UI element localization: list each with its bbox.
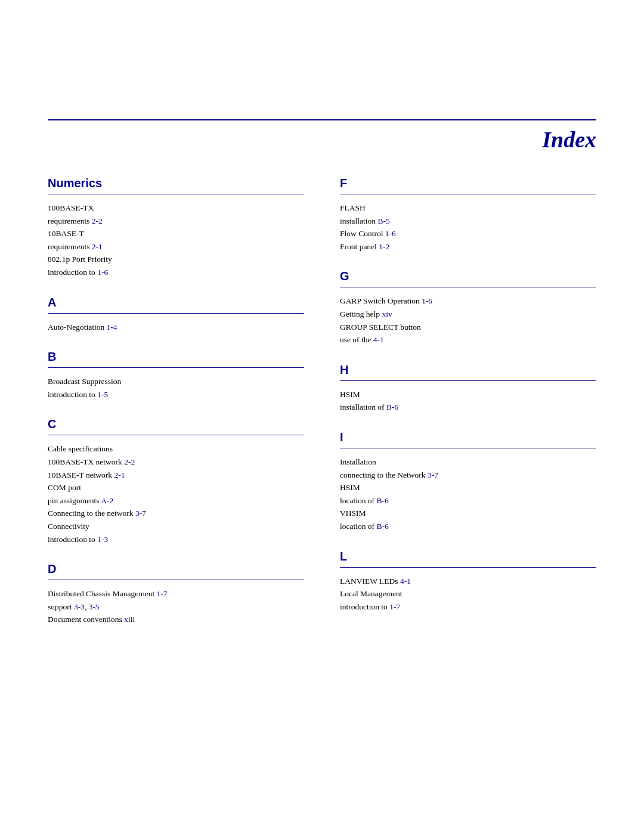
section-c: C Cable specifications 100BASE-TX networ… (48, 417, 304, 546)
entry-doc-conv: Document conventions xiii (48, 613, 304, 626)
section-header-i: I (340, 431, 596, 444)
entry-10base-t: 10BASE-T (48, 227, 304, 240)
entry-hsim-install: installation of B-6 (340, 401, 596, 414)
entry-cable-100: 100BASE-TX network 2-2 (48, 456, 304, 469)
link-1-6-flow[interactable]: 1-6 (385, 229, 396, 238)
entry-8021p-intro: introduction to 1-6 (48, 266, 304, 279)
entry-installation: Installation (340, 456, 596, 469)
entry-cable-10: 10BASE-T network 2-1 (48, 469, 304, 482)
link-3-7-install[interactable]: 3-7 (428, 470, 438, 479)
section-header-a: A (48, 296, 304, 309)
link-4-1-group[interactable]: 4-1 (373, 335, 384, 344)
entry-flash: FLASH (340, 202, 596, 215)
entry-front-panel: Front panel 1-2 (340, 240, 596, 253)
section-f: F FLASH installation B-5 Flow Control 1-… (340, 176, 596, 253)
entry-install-hsim-loc: location of B-6 (340, 494, 596, 507)
entry-dcm: Distributed Chassis Management 1-7 (48, 587, 304, 600)
section-header-f: F (340, 176, 596, 190)
link-b-5-flash[interactable]: B-5 (377, 216, 389, 225)
entry-group-select: GROUP SELECT button (340, 321, 596, 334)
entry-install-network: connecting to the Network 3-7 (340, 469, 596, 482)
entry-local-mgmt: Local Management (340, 587, 596, 600)
section-numerics: Numerics 100BASE-TX requirements 2-2 10B… (48, 176, 304, 279)
entry-install-vhsim-loc: location of B-6 (340, 520, 596, 533)
section-header-b: B (48, 350, 304, 364)
section-i: I Installation connecting to the Network… (340, 431, 596, 533)
section-rule-d (48, 580, 304, 580)
entry-hsim: HSIM (340, 388, 596, 401)
section-d: D Distributed Chassis Management 1-7 sup… (48, 562, 304, 626)
entry-lanview: LANVIEW LEDs 4-1 (340, 575, 596, 588)
entry-getting-help: Getting help xiv (340, 308, 596, 321)
section-rule-c (48, 435, 304, 435)
entry-broadcast-intro: introduction to 1-5 (48, 388, 304, 401)
section-rule-a (48, 313, 304, 314)
link-b-6-hsim[interactable]: B-6 (386, 402, 398, 411)
section-l: L LANVIEW LEDs 4-1 Local Management intr… (340, 550, 596, 614)
section-rule-f (340, 194, 596, 194)
link-1-2-front[interactable]: 1-2 (379, 242, 389, 251)
entry-com-port: COM port (48, 481, 304, 494)
section-a: A Auto-Negotiation 1-4 (48, 296, 304, 334)
entry-flash-install: installation B-5 (340, 215, 596, 228)
section-b: B Broadcast Suppression introduction to … (48, 350, 304, 401)
entry-broadcast: Broadcast Suppression (48, 375, 304, 388)
link-1-7-dcm[interactable]: 1-7 (157, 589, 168, 598)
entry-10base-t-req: requirements 2-1 (48, 240, 304, 253)
entry-install-vhsim: VHSIM (340, 507, 596, 520)
entry-cable-spec: Cable specifications (48, 442, 304, 456)
entry-local-mgmt-intro: introduction to 1-7 (340, 600, 596, 614)
section-rule-h (340, 380, 596, 381)
section-rule-l (340, 567, 596, 568)
entry-com-pin: pin assignments A-2 (48, 494, 304, 507)
link-1-7-local[interactable]: 1-7 (389, 602, 400, 611)
section-rule-i (340, 448, 596, 448)
entry-auto-negotiation: Auto-Negotiation 1-4 (48, 321, 304, 334)
link-2-1-10[interactable]: 2-1 (92, 242, 103, 251)
section-rule-b (48, 367, 304, 368)
link-1-5-broadcast[interactable]: 1-5 (97, 390, 108, 399)
page-title: Index (0, 120, 644, 153)
section-header-c: C (48, 417, 304, 431)
link-xiv-help[interactable]: xiv (382, 309, 392, 318)
link-1-3-conn[interactable]: 1-3 (97, 535, 108, 544)
entry-connectivity: Connectivity (48, 520, 304, 533)
link-1-6-8021p[interactable]: 1-6 (97, 268, 108, 277)
link-3-7-connecting[interactable]: 3-7 (135, 509, 146, 518)
link-2-2-100[interactable]: 2-2 (92, 216, 103, 225)
section-header-l: L (340, 550, 596, 563)
section-header-h: H (340, 363, 596, 377)
entry-100base-tx-req: requirements 2-2 (48, 215, 304, 228)
link-3-5-dcm[interactable]: 3-5 (89, 602, 100, 611)
link-1-6-garp[interactable]: 1-6 (422, 296, 432, 305)
content-area: Numerics 100BASE-TX requirements 2-2 10B… (0, 176, 644, 643)
entry-flow-control: Flow Control 1-6 (340, 227, 596, 240)
section-header-numerics: Numerics (48, 176, 304, 190)
link-1-4-auto[interactable]: 1-4 (107, 323, 117, 332)
entry-connecting: Connecting to the network 3-7 (48, 507, 304, 520)
section-header-g: G (340, 270, 596, 283)
link-b-6-hsim-loc[interactable]: B-6 (376, 496, 388, 505)
section-h: H HSIM installation of B-6 (340, 363, 596, 414)
link-b-6-vhsim-loc[interactable]: B-6 (376, 522, 388, 531)
link-a-2-com[interactable]: A-2 (101, 496, 113, 505)
entry-garp: GARP Switch Operation 1-6 (340, 295, 596, 308)
section-g: G GARP Switch Operation 1-6 Getting help… (340, 270, 596, 346)
entry-8021p: 802.1p Port Priority (48, 253, 304, 266)
section-header-d: D (48, 562, 304, 576)
entry-100base-tx: 100BASE-TX (48, 202, 304, 215)
link-4-1-lanview[interactable]: 4-1 (400, 577, 411, 586)
link-2-2-cable[interactable]: 2-2 (124, 457, 135, 466)
link-3-3-dcm[interactable]: 3-3 (74, 602, 85, 611)
section-rule-g (340, 287, 596, 287)
entry-connectivity-intro: introduction to 1-3 (48, 533, 304, 546)
right-column: F FLASH installation B-5 Flow Control 1-… (340, 176, 596, 643)
link-2-1-cable[interactable]: 2-1 (114, 470, 125, 479)
link-xiii-doc[interactable]: xiii (124, 615, 135, 624)
section-rule-numerics (48, 194, 304, 194)
page: Index Numerics 100BASE-TX requirements 2… (0, 119, 644, 833)
entry-group-select-use: use of the 4-1 (340, 333, 596, 346)
entry-install-hsim: HSIM (340, 481, 596, 494)
entry-dcm-support: support 3-3, 3-5 (48, 600, 304, 614)
left-column: Numerics 100BASE-TX requirements 2-2 10B… (48, 176, 304, 643)
